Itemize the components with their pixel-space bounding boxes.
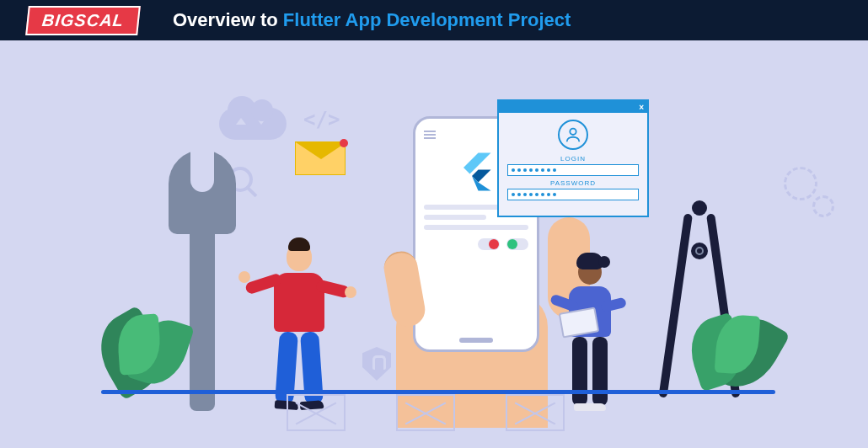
avatar-icon — [558, 120, 588, 150]
floor-tile-icon — [396, 394, 455, 431]
flutter-logo-icon — [455, 151, 497, 193]
envelope-icon — [295, 141, 346, 175]
close-icon: × — [639, 103, 644, 112]
hamburger-icon — [424, 131, 436, 139]
tablet-icon — [559, 307, 600, 338]
title-text-white: Overview to — [173, 9, 283, 30]
toggle-on-icon — [506, 238, 528, 250]
code-tag-icon: </> — [303, 108, 340, 131]
floor-tile-icon — [287, 394, 346, 431]
brand-logo: BIGSCAL — [25, 6, 141, 35]
title-text-blue: Flutter App Development Project — [283, 9, 571, 30]
login-titlebar: × — [499, 101, 647, 113]
login-window: × LOGIN PASSWORD — [497, 99, 649, 217]
ground-line — [101, 390, 775, 394]
cloud-sync-icon — [219, 108, 287, 140]
login-field-label: LOGIN — [507, 155, 639, 163]
svg-point-3 — [570, 129, 576, 135]
password-field-label: PASSWORD — [507, 179, 639, 187]
password-input — [507, 189, 639, 200]
floor-tile-icon — [506, 394, 565, 431]
page-title: Overview to Flutter App Development Proj… — [173, 9, 571, 31]
page-header: BIGSCAL Overview to Flutter App Developm… — [0, 0, 868, 40]
toggle-off-icon — [478, 238, 500, 250]
plant-left-icon — [101, 290, 202, 391]
plant-right-icon — [674, 290, 775, 391]
login-input — [507, 164, 639, 176]
notification-dot-icon — [340, 139, 348, 147]
illustration-canvas: </> — [0, 40, 868, 448]
